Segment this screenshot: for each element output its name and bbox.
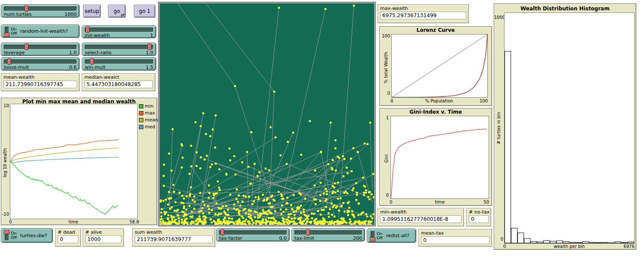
legend-item-min: min xyxy=(139,103,154,109)
slider-handle[interactable] xyxy=(148,43,152,50)
y-max-tick: 10 xyxy=(2,103,9,108)
switch-onoff-labels: On Off xyxy=(11,27,17,36)
slider-value: 1.0 xyxy=(146,50,154,56)
win-mult-slider[interactable]: win-mult1.5 xyxy=(82,57,156,71)
monitor-value: 1000 xyxy=(85,235,121,243)
monitor-label: # no-tax xyxy=(469,209,489,215)
legend-swatch-min xyxy=(139,104,143,108)
redist-all-switch[interactable]: On Off redist-all? xyxy=(367,229,416,243)
x-max-tick: 6976 xyxy=(611,244,635,249)
slider-track[interactable] xyxy=(85,45,153,49)
no-tax-monitor: # no-tax 0 xyxy=(466,208,491,226)
random-init-wealth-switch[interactable]: On Off random-Init-wealth? xyxy=(1,25,80,38)
slider-track[interactable] xyxy=(4,59,77,64)
plot-canvas-frame xyxy=(390,116,489,199)
y-axis-label: # turtles in bin xyxy=(496,112,501,144)
switch-onoff-labels: On Off xyxy=(377,232,383,240)
slider-handle[interactable] xyxy=(25,43,28,50)
gini-index-plot: Gini-Index v. Time 1 0 Gini 0 time 50 xyxy=(379,108,492,206)
slider-value: 0.6 xyxy=(69,65,77,70)
switch-handle[interactable] xyxy=(370,237,375,242)
slider-handle[interactable] xyxy=(220,229,224,235)
monitor-value: 6975.297367131499 xyxy=(380,12,466,19)
switch-on-label: On xyxy=(377,232,383,236)
legend-swatch-mean xyxy=(139,118,143,122)
slider-track[interactable] xyxy=(294,230,362,235)
setup-button[interactable]: setup xyxy=(83,5,101,18)
x-max-tick: 58.8 xyxy=(118,220,139,225)
switch-name: random-Init-wealth? xyxy=(20,28,68,34)
monitor-label: mean-tax xyxy=(421,230,489,236)
world-view[interactable] xyxy=(158,2,375,226)
tax-factor-slider[interactable]: tax-factor0.0 xyxy=(216,228,290,242)
monitor-label: sum wealth xyxy=(135,229,213,235)
select-ratio-slider[interactable]: select-ratio1.0 xyxy=(82,43,156,56)
world-view-canvas xyxy=(160,3,374,225)
slider-track[interactable] xyxy=(219,230,287,235)
slider-label: tax-factor xyxy=(219,235,242,241)
y-min-tick: 0 xyxy=(382,193,389,198)
legend-label-max: max xyxy=(145,110,155,116)
min-wealth-monitor: min-wealth 1.0995116277760018E-8 xyxy=(378,208,464,226)
go-once-button[interactable]: go 1 xyxy=(134,5,155,18)
slider-label: loose-mult xyxy=(4,65,29,70)
slider-label: select-ratio xyxy=(85,50,111,56)
y-axis-label: Gini xyxy=(384,154,389,163)
median-wealct-monitor: median-wealct 5.447303180048285 xyxy=(82,73,155,91)
slider-label: win-mult xyxy=(85,65,105,70)
min-max-mean-median-plot: Plot min max mean and median wealth 10 -… xyxy=(1,98,157,225)
loose-mult-slider[interactable]: loose-mult0.6 xyxy=(1,57,80,71)
switch-handle[interactable] xyxy=(4,33,9,37)
slider-label: init-wealth xyxy=(85,33,110,38)
slider-handle[interactable] xyxy=(25,5,28,12)
slider-handle[interactable] xyxy=(7,58,11,65)
switch-on-label: On xyxy=(11,27,17,31)
setup-button-label: setup xyxy=(85,8,99,14)
lorenz-curve-canvas xyxy=(392,34,487,97)
slider-handle[interactable] xyxy=(86,26,90,33)
monitor-value: 0 xyxy=(58,235,78,243)
plot-title: Wealth Distribution Histogram xyxy=(494,6,636,12)
slider-track[interactable] xyxy=(85,28,153,32)
switch-off-label: Off xyxy=(11,31,17,36)
slider-track[interactable] xyxy=(4,6,77,11)
monitor-value: 211.73990716397745 xyxy=(3,81,77,88)
slider-track[interactable] xyxy=(85,59,153,64)
switch-off-label: Off xyxy=(11,235,17,240)
alive-monitor: # alive 1000 xyxy=(83,228,124,247)
monitor-label: # dead xyxy=(58,229,78,235)
gini-index-canvas xyxy=(391,116,489,198)
slider-handle[interactable] xyxy=(90,58,94,65)
slider-value: 1 xyxy=(150,33,153,38)
go-button[interactable]: go ⇄ xyxy=(108,5,126,18)
sum-wealth-monitor: sum wealth 211739.9071639777 xyxy=(132,228,215,247)
slider-track[interactable] xyxy=(4,45,77,49)
y-max-tick: 1 xyxy=(382,115,389,121)
legend-label-mean: mean xyxy=(145,117,158,123)
y-max-tick: 100 xyxy=(381,34,390,39)
wealth-histogram-canvas xyxy=(505,13,634,243)
monitor-value: 211739.9071639777 xyxy=(135,235,213,243)
wealth-histogram-plot: Wealth Distribution Histogram 1000 0 # t… xyxy=(494,3,636,250)
legend-item-med: med xyxy=(139,124,155,130)
tax-limit-slider[interactable]: tax-limit200 xyxy=(291,228,365,242)
switch-handle[interactable] xyxy=(4,230,9,234)
switch-name: turtles-die? xyxy=(20,233,47,238)
forever-icon: ⇄ xyxy=(121,12,124,17)
leverage-slider[interactable]: leverage1.0 xyxy=(1,43,80,56)
turtles-die-switch[interactable]: On Off turtles-die? xyxy=(1,228,53,243)
plot-title: Lorenz Curve xyxy=(380,27,492,33)
switch-onoff-labels: On Off xyxy=(11,231,17,240)
slider-value: 1.0 xyxy=(69,50,77,56)
monitor-label: max-wealth xyxy=(380,6,466,11)
lorenz-curve-plot: Lorenz Curve 100 0 % total Wealth 0 % Po… xyxy=(379,26,492,106)
y-max-tick: 1000 xyxy=(494,15,504,20)
mean-tax-monitor: mean-tax 0 xyxy=(418,229,492,247)
init-wealth-slider[interactable]: init-wealth1 xyxy=(82,25,156,38)
num-turtles-slider[interactable]: num-turtles1000 xyxy=(1,4,80,18)
slider-label: num-turtles xyxy=(4,12,31,17)
slider-handle[interactable] xyxy=(306,229,310,235)
mean-wealth-monitor: mean-wealth 211.73990716397745 xyxy=(1,73,80,91)
monitor-value: 0 xyxy=(421,236,489,244)
legend-swatch-med xyxy=(139,125,143,129)
